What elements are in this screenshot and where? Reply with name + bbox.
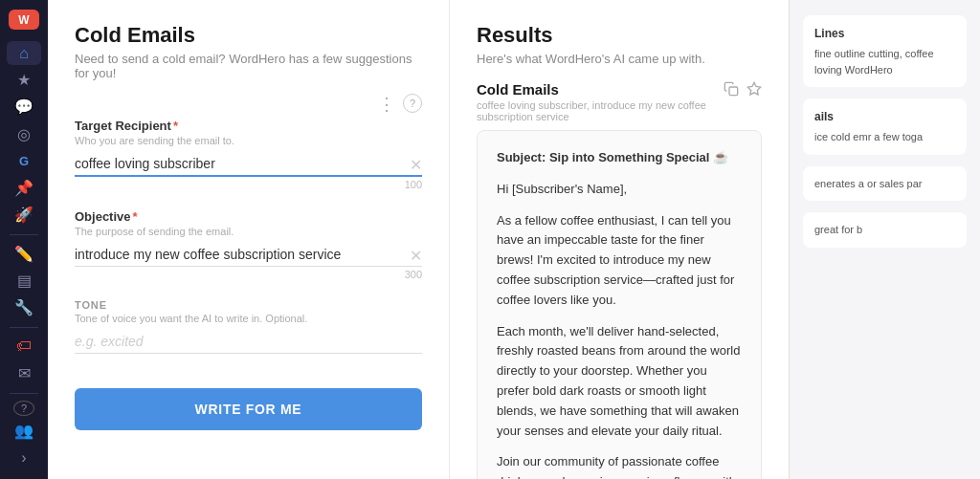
objective-label: Objective* — [75, 209, 422, 224]
sidebar-item-pin[interactable]: 📌 — [7, 176, 41, 199]
right-sidebar-title-2: ails — [814, 108, 955, 125]
results-title: Results — [477, 23, 762, 48]
result-card-info: Cold Emails coffee loving subscriber, in… — [477, 81, 724, 122]
more-options-button[interactable]: ⋮ — [378, 94, 395, 115]
favorite-button[interactable] — [746, 81, 762, 100]
email-content-box: Subject: Sip into Something Special ☕ Hi… — [477, 130, 762, 479]
main-content: Cold Emails Need to send a cold email? W… — [48, 0, 980, 479]
result-card-icons — [724, 81, 762, 100]
sidebar-item-edit[interactable]: ✏️ — [7, 242, 41, 265]
target-recipient-wrapper: ✕ — [75, 152, 422, 177]
sidebar-item-star[interactable]: ★ — [7, 69, 41, 92]
sidebar-item-home[interactable]: ⌂ — [7, 41, 41, 64]
sidebar-item-arrow[interactable]: › — [7, 446, 41, 469]
app-logo: W — [9, 10, 39, 30]
right-sidebar-section-3: enerates a or sales par — [803, 166, 967, 202]
objective-clear-button[interactable]: ✕ — [410, 246, 422, 264]
sidebar-divider — [10, 234, 38, 235]
objective-required-indicator: * — [133, 209, 138, 224]
panel-actions: ⋮ ? — [75, 94, 422, 115]
target-recipient-hint: Who you are sending the email to. — [75, 135, 422, 146]
result-card-meta: coffee loving subscriber, introduce my n… — [477, 99, 724, 122]
objective-wrapper: ✕ — [75, 243, 422, 267]
help-circle-button[interactable]: ? — [403, 94, 422, 113]
copy-button[interactable] — [724, 81, 739, 100]
right-sidebar: Lines fine outline cutting, coffee lovin… — [789, 0, 980, 479]
tone-hint: Tone of voice you want the AI to write i… — [75, 313, 422, 324]
cold-emails-panel: Cold Emails Need to send a cold email? W… — [48, 0, 450, 479]
sidebar-item-chat[interactable]: 💬 — [7, 96, 41, 119]
email-body-2: Each month, we'll deliver hand-selected,… — [497, 322, 742, 442]
results-panel: Results Here's what WordHero's AI came u… — [450, 0, 789, 479]
sidebar-item-rocket[interactable]: 🚀 — [7, 203, 41, 226]
objective-char-count: 300 — [75, 269, 422, 280]
results-subtitle: Here's what WordHero's AI came up with. — [477, 52, 762, 66]
email-body-1: As a fellow coffee enthusiast, I can tel… — [497, 211, 742, 311]
right-sidebar-section-2: ails ice cold emr a few toga — [803, 98, 967, 155]
panel-subtitle: Need to send a cold email? WordHero has … — [75, 52, 422, 80]
svg-marker-1 — [747, 82, 760, 95]
right-sidebar-text-3: enerates a or sales par — [814, 176, 955, 192]
right-sidebar-title-1: Lines — [814, 25, 955, 42]
sidebar-item-label[interactable]: 🏷 — [7, 335, 41, 358]
right-sidebar-section-1: Lines fine outline cutting, coffee lovin… — [803, 15, 967, 87]
sidebar-divider-3 — [10, 393, 38, 394]
sidebar-item-target[interactable]: ◎ — [7, 122, 41, 145]
right-sidebar-text-4: great for b — [814, 222, 955, 238]
write-for-me-button[interactable]: WRITE FOR ME — [75, 388, 422, 430]
objective-input[interactable] — [75, 243, 422, 267]
tone-group: TONE Tone of voice you want the AI to wr… — [75, 299, 422, 354]
email-greeting: Hi [Subscriber's Name], — [497, 180, 742, 200]
panel-title: Cold Emails — [75, 23, 422, 48]
sidebar-item-users[interactable]: 👥 — [7, 420, 41, 443]
sidebar-item-google[interactable]: G — [7, 149, 41, 172]
objective-hint: The purpose of sending the email. — [75, 226, 422, 237]
panel-header: Cold Emails Need to send a cold email? W… — [75, 23, 422, 80]
main-sidebar: W ⌂ ★ 💬 ◎ G 📌 🚀 ✏️ ▤ 🔧 🏷 ✉ ? 👥 › — [0, 0, 48, 479]
tone-label: TONE — [75, 299, 422, 311]
target-recipient-clear-button[interactable]: ✕ — [410, 156, 422, 174]
result-card-title: Cold Emails — [477, 81, 724, 98]
sidebar-item-help[interactable]: ? — [13, 401, 34, 415]
right-sidebar-section-4: great for b — [803, 212, 967, 248]
required-indicator: * — [173, 119, 178, 133]
sidebar-item-mail[interactable]: ✉ — [7, 362, 41, 385]
objective-group: Objective* The purpose of sending the em… — [75, 209, 422, 280]
result-card-header: Cold Emails coffee loving subscriber, in… — [477, 81, 762, 122]
sidebar-divider-2 — [10, 327, 38, 328]
email-body-3: Join our community of passionate coffee … — [497, 452, 742, 479]
tone-input[interactable] — [75, 330, 422, 354]
sidebar-item-layers[interactable]: ▤ — [7, 269, 41, 292]
target-recipient-label: Target Recipient* — [75, 119, 422, 133]
sidebar-item-tool[interactable]: 🔧 — [7, 296, 41, 319]
svg-rect-0 — [729, 87, 738, 96]
email-subject: Subject: Sip into Something Special ☕ — [497, 148, 742, 168]
right-sidebar-text-1: fine outline cutting, coffee loving Word… — [814, 46, 955, 77]
target-recipient-char-count: 100 — [75, 179, 422, 190]
right-sidebar-text-2: ice cold emr a few toga — [814, 129, 955, 145]
target-recipient-input[interactable] — [75, 152, 422, 177]
target-recipient-group: Target Recipient* Who you are sending th… — [75, 119, 422, 190]
